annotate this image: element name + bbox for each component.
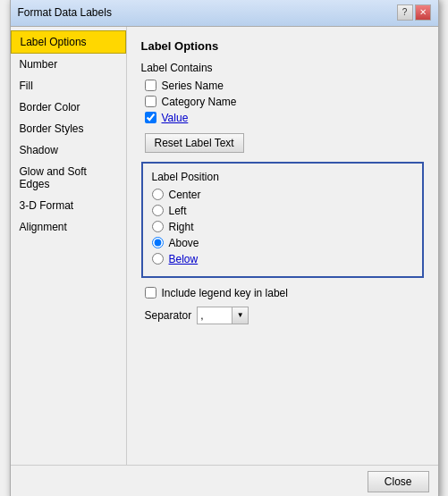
include-legend-row: Include legend key in label — [141, 287, 424, 299]
separator-row: Separator ▼ — [141, 307, 424, 324]
sidebar-item-number[interactable]: Number — [11, 54, 126, 75]
separator-label: Separator — [145, 309, 192, 322]
title-controls: ? ✕ — [397, 4, 431, 21]
position-above-row: Above — [152, 237, 413, 249]
position-above-label: Above — [169, 237, 199, 249]
format-data-labels-dialog: Format Data Labels ? ✕ Label Options Num… — [10, 0, 439, 496]
dialog-body: Label Options Number Fill Border Color B… — [11, 27, 438, 465]
position-right-label: Right — [169, 221, 194, 233]
category-name-checkbox[interactable] — [145, 96, 156, 107]
main-content: Label Options Label Contains Series Name… — [127, 27, 438, 465]
label-position-box: Label Position Center Left Right Above — [141, 162, 424, 278]
help-button[interactable]: ? — [397, 4, 413, 21]
value-checkbox[interactable] — [145, 112, 156, 123]
series-name-row: Series Name — [141, 80, 424, 92]
title-close-button[interactable]: ✕ — [415, 4, 431, 21]
value-label: Value — [162, 112, 189, 124]
sidebar-item-label-options[interactable]: Label Options — [11, 30, 126, 54]
label-position-title: Label Position — [152, 171, 413, 183]
sidebar: Label Options Number Fill Border Color B… — [11, 27, 127, 465]
position-below-label: Below — [169, 253, 199, 265]
close-button[interactable]: Close — [368, 471, 429, 492]
position-left-row: Left — [152, 205, 413, 217]
series-name-checkbox[interactable] — [145, 80, 156, 91]
series-name-label: Series Name — [162, 80, 224, 92]
separator-input[interactable] — [197, 307, 232, 324]
dialog-footer: Close — [11, 465, 438, 497]
dialog-title: Format Data Labels — [18, 6, 112, 19]
include-legend-label: Include legend key in label — [162, 287, 288, 299]
sidebar-item-border-styles[interactable]: Border Styles — [11, 118, 126, 139]
sidebar-item-fill[interactable]: Fill — [11, 75, 126, 97]
position-right-row: Right — [152, 221, 413, 233]
reset-label-text-button[interactable]: Reset Label Text — [145, 133, 244, 153]
section-title: Label Options — [141, 39, 424, 53]
sidebar-item-glow-soft-edges[interactable]: Glow and Soft Edges — [11, 161, 126, 195]
position-above-radio[interactable] — [152, 237, 164, 248]
separator-dropdown: ▼ — [197, 307, 249, 324]
position-center-radio[interactable] — [152, 189, 164, 200]
sidebar-item-border-color[interactable]: Border Color — [11, 97, 126, 118]
sidebar-item-3d-format[interactable]: 3-D Format — [11, 195, 126, 216]
position-below-radio[interactable] — [152, 253, 164, 265]
category-name-label: Category Name — [162, 96, 237, 108]
position-left-label: Left — [169, 205, 187, 217]
value-row: Value — [141, 112, 424, 124]
include-legend-checkbox[interactable] — [145, 287, 156, 298]
separator-dropdown-arrow[interactable]: ▼ — [232, 307, 249, 324]
position-below-row: Below — [152, 253, 413, 265]
position-right-radio[interactable] — [152, 221, 164, 232]
category-name-row: Category Name — [141, 96, 424, 108]
position-center-label: Center — [169, 189, 201, 201]
sidebar-item-shadow[interactable]: Shadow — [11, 139, 126, 161]
label-contains-group: Label Contains — [141, 62, 424, 74]
position-left-radio[interactable] — [152, 205, 164, 216]
title-bar: Format Data Labels ? ✕ — [11, 0, 438, 27]
position-center-row: Center — [152, 189, 413, 201]
sidebar-item-alignment[interactable]: Alignment — [11, 216, 126, 238]
